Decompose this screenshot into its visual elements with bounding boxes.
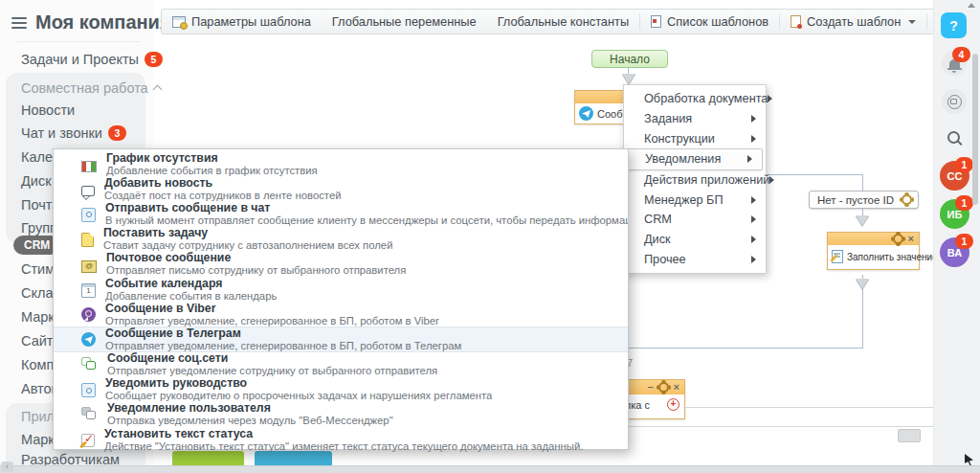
bp-template-editor: Начало Сообщение в Телеграм Нет - пустое… xyxy=(0,0,980,473)
company-name[interactable]: Моя компания xyxy=(35,11,171,34)
menu-item-label: Уведомления xyxy=(645,152,747,166)
action-description: Отправка уведомления через модуль "Веб-М… xyxy=(107,415,393,426)
add-icon[interactable]: + xyxy=(667,398,679,411)
connector-arrow-icon[interactable] xyxy=(856,279,869,289)
action-description: Ставит задачу сотруднику с автозаполнени… xyxy=(103,239,392,251)
submenu-arrow-icon xyxy=(769,176,774,184)
action-title: Сообщение соц.сети xyxy=(107,352,437,365)
menu-item-label: Задания xyxy=(644,112,751,125)
submenu-item-viber-message[interactable]: Сообщение в Viber Отправляет уведомление… xyxy=(54,302,628,327)
menu-item-label: Обработка документа xyxy=(644,92,768,105)
task-note-icon xyxy=(81,233,94,247)
mail-icon: @ xyxy=(81,260,97,273)
flow-node-branch-no-empty-id[interactable]: Нет - пустое ID xyxy=(809,191,919,209)
connector-line xyxy=(862,208,863,215)
submenu-item-set-status-text[interactable]: Установить текст статуса Действие "Устан… xyxy=(54,427,628,452)
container-border-line xyxy=(629,426,966,427)
submenu-arrow-icon xyxy=(751,115,756,123)
gear-icon[interactable] xyxy=(893,234,903,244)
sidebar-item-tasks[interactable]: Задачи и Проекты 5 xyxy=(21,52,163,67)
hamburger-menu-icon[interactable] xyxy=(11,17,27,19)
submenu-item-telegram-message[interactable]: Сообщение в Телеграм Отправляет уведомле… xyxy=(54,327,628,351)
action-title: Сообщение в Viber xyxy=(105,303,439,315)
sidebar-item-disk[interactable]: Диск xyxy=(21,173,52,189)
context-menu-item-document-processing[interactable]: Обработка документа xyxy=(624,89,766,109)
close-icon[interactable]: × xyxy=(674,382,679,393)
right-scrollbar-thumb[interactable] xyxy=(972,54,978,205)
history-button[interactable] xyxy=(942,89,967,114)
context-menu-item-app-actions[interactable]: Действия приложений xyxy=(624,170,766,191)
sidebar-item-news[interactable]: Новости xyxy=(21,102,75,118)
counter-badge: 5 xyxy=(145,52,163,67)
submenu-item-add-news[interactable]: Добавить новость Создаёт пост на сотрудн… xyxy=(54,176,628,201)
connector-arrow-icon[interactable] xyxy=(856,215,869,226)
absence-chart-icon xyxy=(81,161,97,172)
help-button[interactable]: ? xyxy=(941,12,967,38)
action-description: Отправляет уведомление сотруднику от выб… xyxy=(107,365,437,376)
submenu-item-social-message[interactable]: Сообщение соц.сети Отправляет уведомлени… xyxy=(54,352,628,377)
action-title: График отсутствия xyxy=(106,152,318,165)
notifications-button[interactable]: 4 xyxy=(942,51,967,76)
close-icon[interactable]: × xyxy=(908,234,914,244)
avatar-va[interactable]: ВА 1 xyxy=(940,237,969,267)
canvas-scrollbar-thumb[interactable] xyxy=(898,429,921,442)
minimize-icon[interactable]: – xyxy=(647,382,653,393)
context-menu-item-crm[interactable]: CRM xyxy=(624,210,766,230)
template-params-button[interactable]: Параметры шаблона xyxy=(162,10,322,34)
flow-node-fill-id[interactable]: × Заполнить значение ID xyxy=(827,232,920,270)
submenu-arrow-icon xyxy=(751,215,756,223)
action-title: Событие календаря xyxy=(105,278,277,290)
submenu-item-create-task[interactable]: Поставить задачу Ставит задачу сотрудник… xyxy=(54,227,628,252)
sidebar-section-collaboration[interactable]: Совместная работа xyxy=(21,80,161,96)
button-label: Параметры шаблона xyxy=(191,14,311,29)
sidebar-collapse-tab[interactable]: ‹ xyxy=(1,462,13,472)
submenu-arrow-icon xyxy=(751,256,756,263)
flow-node-start[interactable]: Начало xyxy=(591,50,668,68)
context-menu-item-notifications[interactable]: Уведомления xyxy=(627,148,763,170)
save-button[interactable] xyxy=(172,451,244,466)
menu-item-label: CRM xyxy=(644,213,751,226)
connector-line xyxy=(862,174,863,191)
action-description: Действие "Установить текст статуса" изме… xyxy=(104,440,583,452)
context-menu-item-constructions[interactable]: Конструкции xyxy=(624,128,766,148)
connector-line xyxy=(862,289,863,348)
create-template-button[interactable]: Создать шаблон xyxy=(780,10,926,34)
template-list-button[interactable]: Список шаблонов xyxy=(640,10,779,34)
avatar-ss[interactable]: СС 1 xyxy=(940,161,969,191)
node-label: Нет - пустое ID xyxy=(810,194,902,206)
scroll-up-caret-icon[interactable] xyxy=(968,3,975,8)
global-variables-button[interactable]: Глобальные переменные xyxy=(322,10,487,34)
context-menu-item-bp-manager[interactable]: Менеджер БП xyxy=(624,190,766,210)
context-menu-item-tasks[interactable]: Задания xyxy=(624,109,766,129)
submenu-item-notify-management[interactable]: Уведомить руководство Сообщает руководит… xyxy=(54,377,628,402)
action-title: Поставить задачу xyxy=(103,227,392,239)
viber-icon xyxy=(81,307,96,322)
submenu-item-user-notification[interactable]: Уведомление пользователя Отправка уведом… xyxy=(54,402,628,427)
context-menu-item-other[interactable]: Прочее xyxy=(624,249,766,269)
action-description: Сообщает руководителю о просроченных зад… xyxy=(105,390,492,401)
submenu-item-absence-chart[interactable]: График отсутствия Добавление события в г… xyxy=(54,151,628,176)
menu-item-label: Диск xyxy=(644,233,751,246)
global-constants-button[interactable]: Глобальные константы xyxy=(487,10,639,34)
action-title: Добавить новость xyxy=(104,177,341,190)
submenu-item-calendar-event[interactable]: 1 Событие календаря Добавление события в… xyxy=(54,277,628,302)
news-bubble-icon xyxy=(81,186,95,196)
submenu-arrow-icon xyxy=(747,155,752,163)
gear-icon[interactable] xyxy=(658,382,669,393)
menu-item-label: Действия приложений xyxy=(644,173,769,187)
sidebar-item-chat-calls[interactable]: Чат и звонки 3 xyxy=(21,125,126,141)
telegram-icon xyxy=(81,332,96,347)
search-button[interactable] xyxy=(947,130,960,147)
context-menu-item-disk[interactable]: Диск xyxy=(624,230,766,250)
template-toolbar: Параметры шаблона Глобальные переменные … xyxy=(161,9,980,34)
submenu-item-send-chat-message[interactable]: Отправить сообщение в чат В нужный момен… xyxy=(54,201,628,226)
avatar-ib[interactable]: ИБ 1 xyxy=(940,199,969,229)
action-description: Отправляет уведомление, сгенерированное … xyxy=(105,315,439,327)
submenu-item-email-message[interactable]: @ Почтовое сообщение Отправляет письмо с… xyxy=(54,252,628,277)
connector-arrow-icon[interactable] xyxy=(622,74,635,84)
action-description: Добавление события в график отсутствия xyxy=(106,165,318,176)
gear-icon[interactable] xyxy=(902,194,912,205)
apply-button[interactable] xyxy=(255,451,332,466)
submenu-arrow-icon xyxy=(751,236,756,243)
menu-item-label: Прочее xyxy=(644,253,751,266)
